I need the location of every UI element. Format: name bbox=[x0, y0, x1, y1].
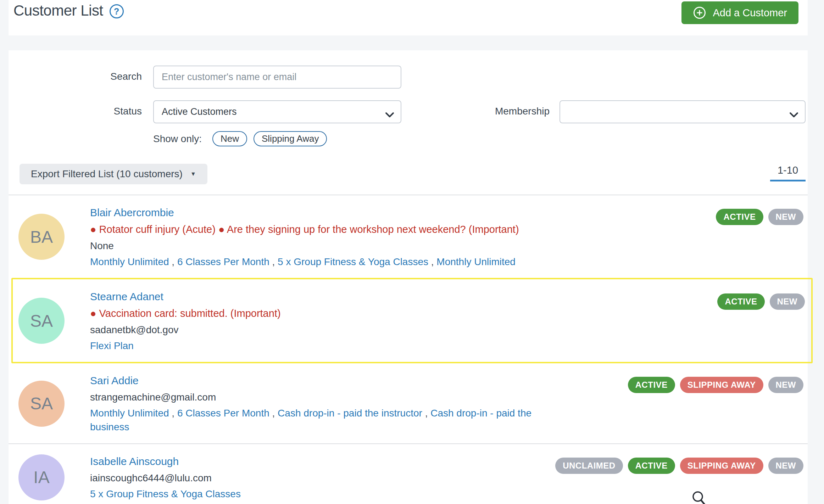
plan-link[interactable]: Monthly Unlimited bbox=[436, 256, 516, 267]
plan-link[interactable]: 6 Classes Per Month bbox=[177, 256, 269, 267]
status-select-value: Active Customers bbox=[162, 106, 237, 117]
page-title: Customer List bbox=[13, 2, 103, 19]
plan-separator: , bbox=[428, 256, 436, 267]
customer-name-link[interactable]: Blair Abercrombie bbox=[90, 205, 174, 220]
status-badge: UNCLAIMED bbox=[555, 458, 623, 474]
customer-name-link[interactable]: Sari Addie bbox=[90, 373, 139, 388]
plan-link[interactable]: Monthly Unlimited bbox=[90, 408, 169, 419]
customer-note: ● Vaccination card: submitted. (Importan… bbox=[90, 306, 281, 321]
caret-down-icon: ▼ bbox=[190, 171, 196, 177]
plan-list: Monthly Unlimited , 6 Classes Per Month … bbox=[90, 255, 519, 269]
plan-link[interactable]: 5 x Group Fitness & Yoga Classes bbox=[278, 256, 428, 267]
plan-link[interactable]: Flexi Plan bbox=[90, 340, 134, 351]
plan-list: Flexi Plan bbox=[90, 339, 281, 353]
avatar: SA bbox=[18, 381, 65, 427]
plan-link[interactable]: Monthly Unlimited bbox=[90, 256, 169, 267]
status-badge: SLIPPING AWAY bbox=[680, 458, 763, 474]
customer-row[interactable]: SASari Addiestrangemachine@gmail.comMont… bbox=[9, 363, 808, 443]
status-select[interactable]: Active Customers bbox=[153, 100, 401, 123]
customer-detail: iainscoughc6444@lulu.com bbox=[90, 471, 241, 485]
search-label: Search bbox=[9, 71, 142, 82]
status-badge: NEW bbox=[768, 209, 804, 225]
show-only-label: Show only: bbox=[153, 133, 202, 145]
badge-group: UNCLAIMEDACTIVESLIPPING AWAYNEW bbox=[555, 458, 803, 474]
plan-link[interactable]: 5 x Group Fitness & Yoga Classes bbox=[90, 488, 241, 499]
customer-note: ● Rotator cuff injury (Acute) ● Are they… bbox=[90, 222, 519, 237]
filter-pill-slipping-away[interactable]: Slipping Away bbox=[254, 131, 327, 146]
export-label: Export Filtered List (10 customers) bbox=[31, 168, 183, 180]
plan-separator: , bbox=[269, 408, 278, 419]
status-badge: NEW bbox=[768, 377, 804, 393]
status-badge: ACTIVE bbox=[628, 458, 675, 474]
plan-list: Monthly Unlimited , 6 Classes Per Month … bbox=[90, 406, 563, 434]
customer-name-link[interactable]: Isabelle Ainscough bbox=[90, 454, 179, 469]
chevron-down-icon bbox=[789, 110, 798, 121]
customer-detail: None bbox=[90, 239, 519, 253]
customer-detail: strangemachine@gmail.com bbox=[90, 390, 563, 404]
page-header: Customer List ? Add a Customer bbox=[9, 0, 808, 35]
plan-separator: , bbox=[422, 408, 430, 419]
show-only-row: Show only: New Slipping Away bbox=[153, 131, 333, 146]
status-badge: NEW bbox=[770, 293, 805, 310]
pagination-tab[interactable]: 1-10 bbox=[770, 164, 806, 181]
avatar: IA bbox=[18, 454, 65, 500]
chevron-down-icon bbox=[385, 110, 394, 121]
customer-info: Isabelle Ainscoughiainscoughc6444@lulu.c… bbox=[90, 454, 482, 501]
plan-list: 5 x Group Fitness & Yoga Classes bbox=[90, 487, 241, 501]
add-customer-label: Add a Customer bbox=[713, 7, 787, 19]
customer-name-link[interactable]: Stearne Adanet bbox=[90, 289, 163, 304]
help-icon[interactable]: ? bbox=[110, 4, 124, 18]
badge-group: ACTIVENEW bbox=[717, 293, 805, 310]
status-badge: ACTIVE bbox=[716, 209, 763, 225]
badge-group: ACTIVESLIPPING AWAYNEW bbox=[628, 377, 803, 393]
search-input[interactable] bbox=[153, 66, 401, 89]
status-badge: NEW bbox=[768, 458, 804, 474]
customer-row[interactable]: BABlair Abercrombie● Rotator cuff injury… bbox=[9, 195, 808, 278]
membership-select[interactable] bbox=[559, 100, 806, 123]
status-badge: SLIPPING AWAY bbox=[680, 377, 763, 393]
plan-separator: , bbox=[169, 408, 177, 419]
search-icon[interactable] bbox=[690, 490, 707, 504]
customer-list-card: Search Status Active Customers Membershi… bbox=[9, 50, 808, 504]
badge-group: ACTIVENEW bbox=[716, 209, 803, 225]
customer-info: Stearne Adanet● Vaccination card: submit… bbox=[90, 289, 522, 353]
plan-link[interactable]: Cash drop-in - paid the instructor bbox=[278, 408, 422, 419]
plus-circle-icon bbox=[693, 6, 706, 19]
avatar: SA bbox=[18, 298, 65, 344]
status-badge: ACTIVE bbox=[717, 293, 764, 310]
customer-row[interactable]: SAStearne Adanet● Vaccination card: subm… bbox=[11, 278, 813, 363]
plan-separator: , bbox=[269, 256, 278, 267]
plan-link[interactable]: 6 Classes Per Month bbox=[177, 408, 269, 419]
avatar: BA bbox=[18, 214, 65, 260]
export-filtered-list-button[interactable]: Export Filtered List (10 customers) ▼ bbox=[20, 164, 207, 184]
membership-label: Membership bbox=[479, 106, 550, 117]
customer-row[interactable]: IAIsabelle Ainscoughiainscoughc6444@lulu… bbox=[9, 443, 808, 504]
filter-pill-new[interactable]: New bbox=[212, 131, 247, 146]
status-badge: ACTIVE bbox=[628, 377, 675, 393]
status-label: Status bbox=[9, 106, 142, 117]
customer-info: Blair Abercrombie● Rotator cuff injury (… bbox=[90, 205, 760, 269]
plan-separator: , bbox=[169, 256, 177, 267]
add-customer-button[interactable]: Add a Customer bbox=[681, 1, 798, 24]
customer-detail: sadanetbk@dot.gov bbox=[90, 323, 281, 337]
customer-list: BABlair Abercrombie● Rotator cuff injury… bbox=[9, 195, 808, 504]
